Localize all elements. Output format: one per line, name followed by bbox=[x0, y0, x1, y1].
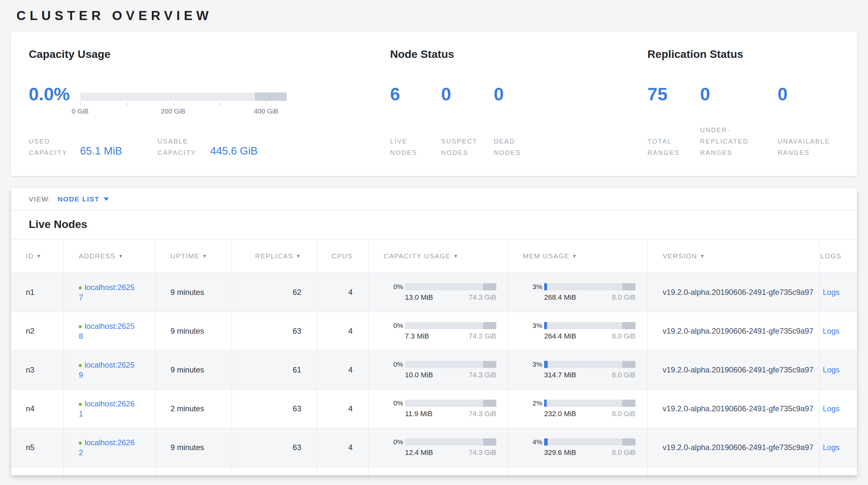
live-nodes-table-body: n1 localhost:26257 9 minutes 62 4 0% 13.… bbox=[11, 273, 857, 475]
sort-icon: ▼ bbox=[36, 253, 42, 259]
capacity-usage-bar bbox=[80, 92, 287, 101]
node-live-dot-icon bbox=[79, 403, 82, 406]
replication-status-stats: 75 TOTAL RANGES 0 UNDER-REPLICATED RANGE… bbox=[647, 84, 857, 159]
capacity-total-value: 74.3 GiB bbox=[469, 332, 496, 340]
page-header: CLUSTER OVERVIEW bbox=[0, 0, 868, 23]
node-mem-cell: 4% 329.6 MiB 8.0 GiB bbox=[507, 428, 647, 467]
sort-icon: ▼ bbox=[296, 253, 301, 259]
unavailable-ranges-value: 0 bbox=[778, 84, 857, 104]
column-header-mem-usage[interactable]: MEM USAGE▼ bbox=[507, 239, 647, 273]
column-header-id[interactable]: ID▼ bbox=[11, 239, 64, 273]
axis-label-0: 0 GiB bbox=[72, 107, 89, 115]
node-version-cell: v19.2.0-alpha.20190606-2491-gfe735c9a97 bbox=[647, 350, 819, 389]
axis-tick bbox=[80, 102, 81, 106]
live-nodes-value: 6 bbox=[390, 84, 441, 104]
node-cpus-cell: 4 bbox=[317, 350, 368, 389]
sort-icon: ▼ bbox=[700, 253, 705, 259]
node-capacity-cell: 0% 11.9 MiB 74.3 GiB bbox=[368, 389, 507, 428]
capacity-usage-bar bbox=[405, 322, 496, 329]
view-selected-value: NODE LIST bbox=[58, 195, 99, 203]
capacity-percent: 0% bbox=[393, 399, 405, 407]
table-header-row: ID▼ ADDRESS▼ UPTIME▼ REPLICAS▼ CPUS CAPA… bbox=[11, 239, 857, 273]
mem-percent: 3% bbox=[532, 283, 544, 291]
table-row: n1 localhost:26257 9 minutes 62 4 0% 13.… bbox=[11, 273, 857, 312]
capacity-bar-reserved-segment bbox=[255, 92, 287, 101]
node-capacity-cell: 0% 12.4 MiB 74.3 GiB bbox=[368, 428, 507, 467]
node-address-cell: localhost:26257 bbox=[64, 273, 155, 312]
node-logs-cell: Logs bbox=[819, 312, 857, 350]
mem-used-value: 314.7 MiB bbox=[544, 371, 576, 379]
view-selector-dropdown[interactable]: NODE LIST bbox=[58, 195, 109, 203]
node-mem-cell: 3% 264.4 MiB 8.0 GiB bbox=[507, 312, 647, 350]
mem-bar-reserved-segment bbox=[622, 283, 636, 290]
mem-used-value: 264.4 MiB bbox=[544, 332, 576, 340]
node-status-stats: 6 LIVE NODES 0 SUSPECT NODES 0 DEAD NODE… bbox=[390, 84, 558, 159]
node-logs-cell: Logs bbox=[819, 350, 857, 389]
node-address-link[interactable]: localhost:26258 bbox=[79, 322, 135, 340]
capacity-total-value: 74.3 GiB bbox=[469, 371, 496, 379]
table-row-partial bbox=[11, 467, 857, 475]
mem-bar-reserved-segment bbox=[622, 438, 636, 446]
capacity-used-value: 12.4 MiB bbox=[405, 449, 433, 457]
node-id-cell: n5 bbox=[11, 428, 64, 467]
node-live-dot-icon bbox=[79, 286, 82, 289]
node-replicas-cell: 61 bbox=[232, 350, 317, 389]
capacity-used-percent: 0.0% bbox=[29, 83, 70, 105]
capacity-usage-title: Capacity Usage bbox=[29, 48, 111, 60]
table-row: n3 localhost:26259 9 minutes 61 4 0% 10.… bbox=[11, 350, 857, 389]
mem-used-value: 329.6 MiB bbox=[544, 449, 576, 457]
column-header-replicas[interactable]: REPLICAS▼ bbox=[232, 239, 317, 273]
mem-bar-reserved-segment bbox=[622, 361, 636, 368]
logs-link[interactable]: Logs bbox=[823, 326, 840, 335]
mem-used-value: 268.4 MiB bbox=[544, 293, 576, 302]
node-address-cell: localhost:26261 bbox=[64, 389, 155, 428]
axis-tick bbox=[266, 102, 267, 106]
capacity-bar-reserved-segment bbox=[483, 322, 496, 329]
logs-link[interactable]: Logs bbox=[823, 443, 840, 452]
node-version-cell: v19.2.0-alpha.20190606-2491-gfe735c9a97 bbox=[647, 312, 819, 350]
logs-link[interactable]: Logs bbox=[823, 288, 840, 296]
column-header-uptime[interactable]: UPTIME▼ bbox=[155, 239, 232, 273]
node-capacity-cell: 0% 7.3 MiB 74.3 GiB bbox=[368, 312, 507, 350]
capacity-bar-reserved-segment bbox=[483, 400, 496, 407]
column-header-capacity-usage[interactable]: CAPACITY USAGE▼ bbox=[368, 239, 507, 273]
page-title: CLUSTER OVERVIEW bbox=[17, 8, 868, 23]
capacity-used-value: 7.3 MiB bbox=[405, 332, 429, 340]
cluster-summary-card: Capacity Usage Node Status Replication S… bbox=[11, 32, 857, 176]
logs-link[interactable]: Logs bbox=[823, 404, 840, 413]
used-capacity-value: 65.1 MiB bbox=[80, 145, 122, 157]
dead-nodes-label: DEAD NODES bbox=[494, 136, 530, 159]
view-label: VIEW: bbox=[29, 195, 51, 203]
mem-usage-bar bbox=[544, 283, 636, 290]
node-uptime-cell: 9 minutes bbox=[155, 350, 232, 389]
mem-bar-reserved-segment bbox=[622, 322, 636, 329]
capacity-total-value: 74.3 GiB bbox=[469, 449, 496, 457]
under-replicated-ranges-label: UNDER-REPLICATED RANGES bbox=[700, 124, 757, 159]
node-address-link[interactable]: localhost:26257 bbox=[79, 283, 135, 302]
view-bar: VIEW: NODE LIST bbox=[11, 188, 857, 211]
node-version-text: v19.2.0-alpha.20190606-2491-gfe735c9a97 bbox=[662, 403, 815, 414]
node-cpus-cell: 4 bbox=[317, 389, 368, 428]
node-uptime-cell: 9 minutes bbox=[155, 312, 232, 350]
capacity-bar-reserved-segment bbox=[483, 438, 496, 446]
node-live-dot-icon bbox=[79, 364, 82, 367]
mem-percent: 4% bbox=[532, 438, 544, 446]
node-live-dot-icon bbox=[79, 442, 82, 445]
node-status-title: Node Status bbox=[390, 48, 454, 60]
node-address-link[interactable]: localhost:26259 bbox=[79, 361, 135, 379]
column-header-version[interactable]: VERSION▼ bbox=[647, 239, 819, 273]
column-header-address[interactable]: ADDRESS▼ bbox=[64, 239, 155, 273]
node-mem-cell: 2% 232.0 MiB 8.0 GiB bbox=[507, 389, 647, 428]
node-uptime-cell: 2 minutes bbox=[155, 389, 232, 428]
stat-total-ranges: 75 TOTAL RANGES bbox=[647, 84, 700, 159]
node-address-link[interactable]: localhost:26262 bbox=[79, 438, 135, 457]
nodes-card: VIEW: NODE LIST Live Nodes ID▼ ADDRESS▼ … bbox=[11, 188, 857, 475]
node-logs-cell: Logs bbox=[819, 273, 857, 312]
logs-link[interactable]: Logs bbox=[823, 365, 840, 374]
node-replicas-cell: 63 bbox=[232, 428, 317, 467]
mem-bar-fill bbox=[544, 438, 548, 446]
capacity-percent: 0% bbox=[393, 283, 405, 291]
node-uptime-cell: 9 minutes bbox=[155, 428, 232, 467]
node-address-link[interactable]: localhost:26261 bbox=[79, 399, 135, 418]
mem-percent: 3% bbox=[532, 361, 544, 368]
